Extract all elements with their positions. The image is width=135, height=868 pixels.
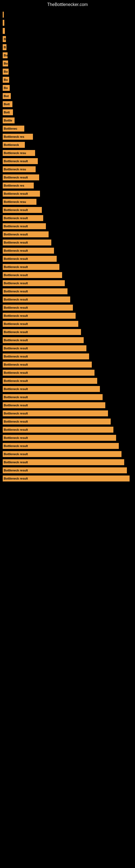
bar-row: Bottleneck result	[3, 344, 130, 352]
bar-label: Bottleneck result	[4, 428, 28, 431]
bar-row: Bottleneck res	[3, 182, 130, 189]
bar: Bo	[3, 52, 8, 58]
bar-row: Bottleneck result	[3, 418, 130, 425]
bar: Bottleneck result	[3, 386, 100, 392]
bar: Bott	[3, 109, 13, 115]
bar-row: Bottleneck result	[3, 255, 130, 262]
bar-row: Bott	[3, 108, 130, 116]
bar-label: B	[4, 37, 6, 41]
bar-row: Bottleneck result	[3, 296, 130, 303]
bar-row: Bottleneck result	[3, 287, 130, 295]
bar: Bo	[3, 61, 8, 66]
bar-row: Bottleneck result	[3, 393, 130, 401]
bar: Bottleneck resu	[3, 199, 37, 205]
bar-label: Bottleneck result	[4, 420, 28, 423]
bar-label: Bottleneck result	[4, 469, 28, 472]
bar-label: Bottleneck result	[4, 322, 28, 326]
bar-label: Bottleneck result	[4, 444, 28, 447]
bar: Bottleneck result	[3, 378, 97, 384]
bar-row: Bottleneck result	[3, 352, 130, 360]
bar-label: Bottleneck result	[4, 379, 28, 382]
bar-row: Bottleneck result	[3, 426, 130, 433]
bar: Bott	[3, 101, 12, 107]
bar: Bottleneck res	[3, 134, 33, 140]
bar-row: Bottleneck result	[3, 434, 130, 442]
bar: Bottleneck result	[3, 272, 62, 278]
bar-row: Bottleneck resu	[3, 149, 130, 157]
bar-row: B	[3, 43, 130, 51]
bar-label: Bottleneck result	[4, 233, 28, 236]
bar-row	[3, 11, 130, 19]
bar-row: Bottleneck result	[3, 304, 130, 311]
bar-row: Bott	[3, 100, 130, 108]
bar-label: Bottleneck result	[4, 363, 28, 366]
bar: Bottleneck result	[3, 313, 76, 319]
bar: Bot	[3, 93, 11, 99]
bar: Bottleneck result	[3, 443, 119, 449]
bar-label: Bottleneck res	[4, 135, 24, 138]
bar: Bottleneck result	[3, 459, 124, 465]
bar: Bo	[3, 69, 9, 74]
bar-row: Bottleneck result	[3, 271, 130, 279]
bar-row: Bottleneck result	[3, 328, 130, 336]
bar-label: Bottlenec	[4, 127, 17, 130]
bar-label: Bottleneck result	[4, 265, 28, 269]
bar: Bottleneck result	[3, 362, 92, 368]
bar-label: Bot	[4, 94, 9, 98]
bar-label: Bo	[4, 62, 8, 65]
bar-row: Bottleneck result	[3, 410, 130, 417]
bar-row: Bottleneck result	[3, 230, 130, 238]
bar-row: Bottleneck result	[3, 401, 130, 409]
bar-row: Bottleneck result	[3, 450, 130, 458]
bar-label: Bottleneck result	[4, 241, 28, 244]
bar-label: Bottleneck result	[4, 412, 28, 415]
bar-label: Bo	[4, 70, 8, 73]
bar-label: Bottleneck result	[4, 159, 28, 163]
bar-label: Bottleneck	[4, 143, 19, 147]
bar-label: Bottleneck result	[4, 216, 28, 220]
bar: Bottle	[3, 118, 14, 123]
bar: Bottleneck resu	[3, 150, 35, 156]
site-title: TheBottlenecker.com	[0, 0, 135, 8]
bar-label: Bottleneck result	[4, 273, 28, 277]
bar: Bottleneck result	[3, 427, 114, 433]
bar-row: Bottleneck result	[3, 377, 130, 384]
bar: Bottleneck result	[3, 248, 54, 254]
bar-row: Bottleneck result	[3, 206, 130, 214]
bar-row: Bottleneck result	[3, 279, 130, 287]
bar-row: Bottleneck	[3, 141, 130, 149]
bar-row: Bottlenec	[3, 125, 130, 132]
bar-label: Bottleneck result	[4, 396, 28, 399]
bar-row	[3, 27, 130, 35]
bar-row: Bottleneck res	[3, 133, 130, 141]
bar-row: Bottleneck result	[3, 475, 130, 482]
bar-row: B	[3, 35, 130, 43]
bar-label: Bottleneck result	[4, 192, 28, 195]
bar-row: Bottleneck result	[3, 467, 130, 474]
bar-label: Bottleneck result	[4, 298, 28, 301]
bar: Bottleneck result	[3, 223, 46, 229]
bar: Bottleneck result	[3, 337, 84, 343]
bar: Bottleneck result	[3, 191, 40, 197]
bar: Bottleneck result	[3, 475, 130, 482]
bar: Bottlenec	[3, 126, 24, 131]
bar-row: Bottleneck result	[3, 442, 130, 450]
bar: Bottleneck result	[3, 280, 65, 286]
bar: Bottleneck result	[3, 353, 89, 360]
bar-label: Bottleneck result	[4, 371, 28, 374]
bar-row: Bottleneck result	[3, 385, 130, 393]
bar: Bottleneck result	[3, 394, 103, 400]
bar-label: Bottleneck result	[4, 176, 28, 179]
bar: Bottleneck result	[3, 305, 73, 311]
bar-label: Bo	[4, 54, 8, 57]
bar-label: Bottleneck resu	[4, 167, 26, 171]
bar-row: Bo	[3, 60, 130, 67]
bar-row: Bottleneck result	[3, 312, 130, 319]
bar: Bottleneck result	[3, 467, 127, 473]
bar: Bottleneck result	[3, 288, 68, 294]
bar-label: Bottleneck result	[4, 461, 28, 464]
bar-label: Bottleneck result	[4, 282, 28, 285]
bar-row: Bottleneck result	[3, 458, 130, 466]
bar-label: Bottle	[4, 119, 12, 122]
bar: Bo	[3, 85, 10, 91]
